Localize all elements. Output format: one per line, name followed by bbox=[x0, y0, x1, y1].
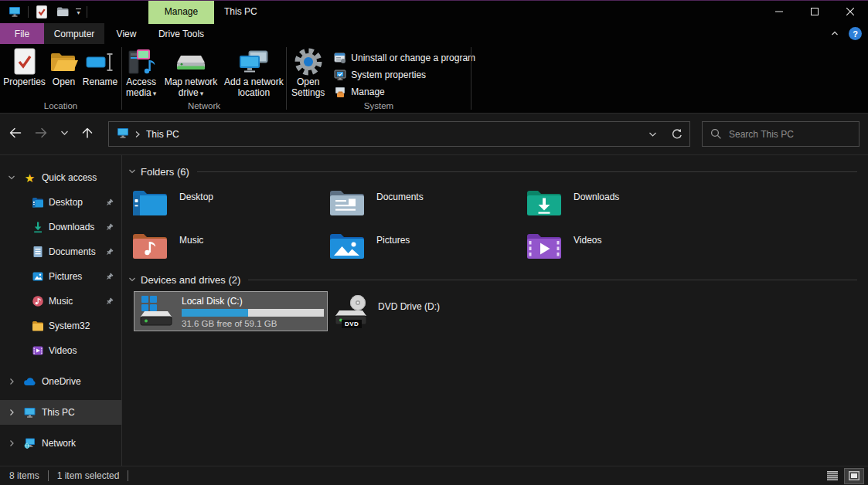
toolbar-separator bbox=[28, 6, 29, 18]
documents-folder-icon bbox=[328, 185, 366, 219]
sidebar-item-network[interactable]: Network bbox=[0, 431, 121, 456]
customize-toolbar-caret[interactable]: ▾ bbox=[76, 8, 81, 15]
address-dropdown-button[interactable] bbox=[640, 122, 665, 146]
sidebar-item-desktop[interactable]: Desktop bbox=[0, 190, 121, 215]
collapse-ribbon-icon[interactable] bbox=[830, 29, 839, 39]
sidebar-item-downloads[interactable]: Downloads bbox=[0, 215, 121, 239]
ribbon-group-system: Open Settings Uninstall or change a prog… bbox=[287, 44, 471, 113]
disk-usage-fill bbox=[182, 309, 248, 317]
tab-view[interactable]: View bbox=[104, 23, 148, 44]
tab-file[interactable]: File bbox=[0, 23, 44, 44]
close-icon bbox=[846, 8, 854, 15]
dvd-drive-icon: DVD bbox=[335, 293, 372, 329]
item-count: 8 items bbox=[9, 470, 39, 481]
sidebar-item-documents[interactable]: Documents bbox=[0, 239, 121, 264]
items-view: Folders (6) Desktop Documents Downloads bbox=[122, 155, 868, 466]
add-network-location-button[interactable]: Add a network location bbox=[222, 47, 286, 99]
folder-tile-music[interactable]: Music bbox=[131, 227, 328, 270]
sidebar-item-system32[interactable]: System32 bbox=[0, 314, 121, 338]
back-button[interactable] bbox=[3, 120, 26, 145]
manage-button[interactable]: Manage bbox=[329, 85, 480, 99]
details-view-button[interactable] bbox=[823, 469, 842, 483]
up-arrow-icon bbox=[81, 127, 94, 139]
documents-icon bbox=[31, 246, 44, 258]
search-input[interactable] bbox=[729, 129, 851, 140]
selection-count: 1 item selected bbox=[57, 470, 120, 481]
pin-icon[interactable] bbox=[105, 273, 114, 281]
contextual-tab-manage[interactable]: Manage bbox=[148, 0, 214, 23]
pictures-icon bbox=[31, 270, 44, 283]
forward-button[interactable] bbox=[29, 120, 53, 145]
ribbon-bar-right: ? bbox=[830, 23, 868, 44]
dvd-badge: DVD bbox=[342, 320, 362, 328]
group-label-location: Location bbox=[0, 101, 121, 110]
sidebar-item-videos[interactable]: Videos bbox=[0, 338, 121, 363]
system-group-items: Uninstall or change a program System pro… bbox=[329, 47, 480, 99]
settings-gear-icon bbox=[294, 47, 323, 76]
access-media-icon bbox=[128, 47, 155, 76]
recent-locations-button[interactable] bbox=[56, 120, 73, 145]
breadcrumb-this-pc[interactable]: This PC bbox=[146, 129, 179, 140]
map-network-drive-button[interactable]: Map network drive▾ bbox=[160, 47, 221, 99]
section-header-devices[interactable]: Devices and drives (2) bbox=[122, 273, 868, 287]
pin-icon[interactable] bbox=[105, 297, 114, 306]
chevron-down-icon[interactable] bbox=[6, 174, 17, 181]
minimize-button[interactable] bbox=[761, 0, 797, 23]
chevron-right-icon[interactable] bbox=[6, 439, 17, 447]
rename-button[interactable]: Rename bbox=[81, 47, 120, 88]
music-folder-icon bbox=[131, 229, 168, 263]
folder-tile-desktop[interactable]: Desktop bbox=[131, 184, 328, 227]
maximize-button[interactable] bbox=[797, 0, 832, 23]
folder-tile-videos[interactable]: Videos bbox=[526, 227, 723, 270]
videos-icon bbox=[31, 344, 44, 357]
chevron-right-icon[interactable] bbox=[6, 378, 17, 385]
access-media-button[interactable]: Access media▾ bbox=[122, 47, 160, 99]
chevron-right-icon[interactable] bbox=[6, 409, 17, 416]
properties-button[interactable]: Properties bbox=[2, 47, 47, 88]
sidebar-item-onedrive[interactable]: OneDrive bbox=[0, 369, 121, 394]
navigation-bar: This PC bbox=[0, 114, 868, 154]
address-bar[interactable]: This PC bbox=[108, 121, 690, 147]
section-divider-line bbox=[248, 280, 857, 280]
sidebar-item-pictures[interactable]: Pictures bbox=[0, 264, 121, 289]
folders-grid: Desktop Documents Downloads Music Pictur… bbox=[122, 184, 868, 270]
help-icon[interactable]: ? bbox=[849, 27, 862, 40]
system-properties-button[interactable]: System properties bbox=[329, 68, 480, 82]
pin-icon[interactable] bbox=[105, 223, 114, 232]
window-controls bbox=[761, 0, 868, 23]
sidebar-item-quick-access[interactable]: ★ Quick access bbox=[0, 165, 121, 190]
close-button[interactable] bbox=[832, 0, 868, 23]
sidebar-item-music[interactable]: Music bbox=[0, 289, 121, 314]
tab-drive-tools[interactable]: Drive Tools bbox=[148, 23, 214, 44]
large-icons-view-button[interactable] bbox=[845, 469, 863, 483]
ribbon-group-location: Properties Open Rename Location bbox=[0, 44, 121, 113]
location-this-pc-icon bbox=[116, 127, 130, 141]
folder-tile-documents[interactable]: Documents bbox=[328, 184, 526, 227]
refresh-button[interactable] bbox=[665, 122, 689, 146]
new-folder-quick-icon[interactable] bbox=[55, 4, 70, 19]
search-box[interactable] bbox=[702, 121, 859, 147]
folder-icon bbox=[31, 321, 44, 331]
drive-tile-dvd-d[interactable]: DVD DVD Drive (D:) bbox=[331, 291, 525, 331]
folder-tile-downloads[interactable]: Downloads bbox=[526, 184, 723, 227]
drive-tile-local-disk-c[interactable]: Local Disk (C:) 31.6 GB free of 59.1 GB bbox=[134, 291, 328, 331]
up-button[interactable] bbox=[76, 120, 99, 145]
properties-quick-icon[interactable] bbox=[34, 4, 49, 19]
pin-icon[interactable] bbox=[105, 248, 114, 256]
breadcrumb-chevron-icon[interactable] bbox=[134, 131, 141, 138]
open-button[interactable]: Open bbox=[47, 47, 81, 88]
window-title: This PC bbox=[224, 0, 257, 23]
section-header-folders[interactable]: Folders (6) bbox=[122, 164, 868, 178]
uninstall-program-button[interactable]: Uninstall or change a program bbox=[329, 51, 480, 65]
pin-icon[interactable] bbox=[105, 198, 114, 207]
ribbon-group-separator bbox=[471, 47, 471, 110]
quick-access-toolbar: ▾ bbox=[0, 4, 87, 19]
ribbon-tab-bar: File Computer View Drive Tools ? bbox=[0, 23, 868, 44]
sidebar-item-this-pc[interactable]: This PC bbox=[0, 400, 121, 425]
folder-tile-pictures[interactable]: Pictures bbox=[328, 227, 526, 270]
pictures-folder-icon bbox=[328, 229, 366, 263]
open-settings-button[interactable]: Open Settings bbox=[290, 47, 326, 99]
manage-tab-label: Manage bbox=[165, 6, 198, 17]
dropdown-caret-icon: ▾ bbox=[153, 90, 157, 97]
tab-computer[interactable]: Computer bbox=[44, 23, 104, 44]
